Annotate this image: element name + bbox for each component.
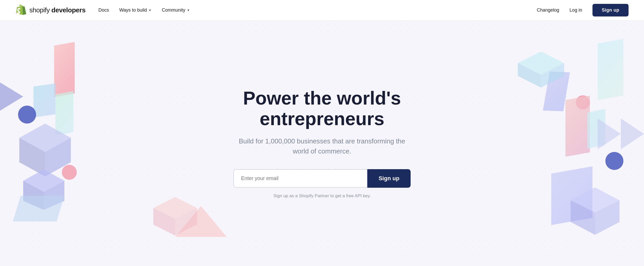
nav-ways-to-build-link[interactable]: Ways to build ▼ bbox=[119, 7, 151, 13]
svg-marker-15 bbox=[153, 208, 175, 236]
svg-marker-9 bbox=[518, 52, 564, 88]
email-input[interactable] bbox=[233, 169, 367, 188]
logo-area[interactable]: shopify developers bbox=[15, 5, 86, 16]
pink-rect-right-shape bbox=[565, 96, 590, 157]
login-link[interactable]: Log in bbox=[570, 7, 582, 13]
svg-marker-5 bbox=[23, 169, 64, 192]
iso-box-left-shape bbox=[15, 121, 75, 178]
navbar-right: Changelog Log in Sign up bbox=[537, 4, 629, 16]
iso-box-left-bottom-shape bbox=[21, 167, 67, 211]
iso-bottom-center-shape bbox=[149, 196, 201, 237]
svg-marker-4 bbox=[23, 169, 64, 210]
svg-marker-16 bbox=[175, 208, 197, 236]
navbar-signup-button[interactable]: Sign up bbox=[592, 4, 629, 16]
hero-title: Power the world's entrepreneurs bbox=[206, 88, 438, 129]
svg-marker-17 bbox=[571, 187, 620, 235]
mint-rect-right-shape bbox=[587, 109, 605, 149]
blue-circle-left-shape bbox=[18, 106, 36, 124]
hero-section: Power the world's entrepreneurs Build fo… bbox=[0, 21, 644, 266]
svg-marker-7 bbox=[44, 181, 64, 210]
hero-subtitle: Build for 1,000,000 businesses that are … bbox=[206, 136, 438, 156]
hero-form: Sign up bbox=[206, 169, 438, 188]
svg-marker-1 bbox=[19, 124, 71, 152]
hero-signup-button[interactable]: Sign up bbox=[367, 169, 411, 188]
nav-links: Docs Ways to build ▼ Community ▼ bbox=[98, 7, 190, 13]
changelog-link[interactable]: Changelog bbox=[537, 7, 559, 13]
svg-marker-8 bbox=[13, 196, 64, 221]
nav-docs-link[interactable]: Docs bbox=[98, 7, 109, 13]
svg-marker-3 bbox=[45, 138, 71, 176]
svg-marker-10 bbox=[518, 52, 564, 75]
navbar-left: shopify developers Docs Ways to build ▼ … bbox=[15, 5, 190, 16]
svg-marker-19 bbox=[571, 200, 595, 235]
pink-circle-right-shape bbox=[576, 95, 590, 109]
svg-marker-2 bbox=[19, 138, 45, 176]
iso-bottom-right-shape bbox=[567, 185, 623, 237]
svg-marker-6 bbox=[23, 181, 44, 210]
blue-circle-right-shape bbox=[605, 152, 623, 170]
light-blue-rect-left-shape bbox=[33, 83, 55, 117]
svg-marker-13 bbox=[153, 197, 197, 236]
nav-community-link[interactable]: Community ▼ bbox=[162, 7, 190, 13]
svg-marker-21 bbox=[598, 118, 621, 149]
light-rect-right-top-shape bbox=[598, 39, 623, 100]
iso-chevron-right-top-shape bbox=[515, 49, 567, 90]
svg-marker-20 bbox=[595, 200, 620, 235]
svg-marker-0 bbox=[19, 124, 71, 176]
hero-disclaimer: Sign up as a Shopify Partner to get a fr… bbox=[206, 193, 438, 199]
pink-rect-left-shape bbox=[54, 42, 75, 97]
svg-marker-14 bbox=[153, 197, 197, 219]
chevron-right-shape bbox=[598, 118, 644, 149]
svg-marker-22 bbox=[621, 118, 644, 149]
arrow-left-shape bbox=[0, 82, 23, 111]
hero-content: Power the world's entrepreneurs Build fo… bbox=[206, 88, 438, 198]
periwinkle-bottom-right-shape bbox=[551, 166, 592, 225]
pink-tri-bottom-shape bbox=[175, 206, 227, 237]
svg-marker-18 bbox=[571, 187, 620, 212]
pink-circle-left-shape bbox=[62, 165, 77, 180]
navbar: shopify developers Docs Ways to build ▼ … bbox=[0, 0, 644, 21]
ways-to-build-chevron-icon: ▼ bbox=[148, 8, 151, 12]
parallelogram-left-shape bbox=[13, 196, 64, 221]
logo-text: shopify developers bbox=[29, 6, 86, 14]
mint-rect-left-shape bbox=[55, 91, 73, 135]
svg-marker-11 bbox=[518, 63, 541, 88]
community-chevron-icon: ▼ bbox=[187, 8, 190, 12]
shopify-logo-icon bbox=[15, 5, 27, 16]
periwinkle-right-shape bbox=[543, 72, 570, 111]
svg-marker-12 bbox=[541, 63, 564, 88]
